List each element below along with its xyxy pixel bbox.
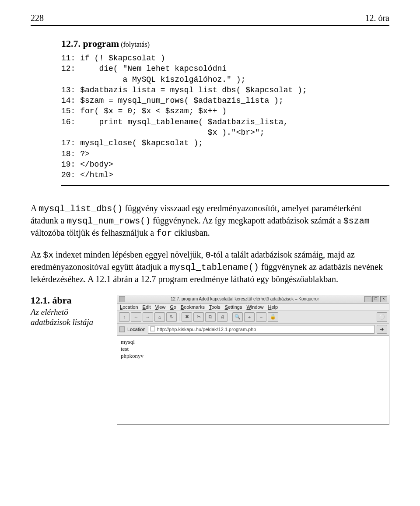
menu-go[interactable]: Go	[170, 304, 176, 310]
inline-code: mysql_tablename()	[170, 262, 259, 272]
zoom-out-icon[interactable]: −	[256, 312, 266, 322]
stop-icon[interactable]: ✖	[182, 312, 192, 322]
inline-code: mysql_list_dbs()	[38, 204, 122, 214]
code-line: 16: print mysql_tablename( $adatbazis_li…	[61, 118, 288, 126]
toolbar: ↑ ← → ⌂ ↻ ✖ ✂ ⧉ 🖨 🔍 + − 🔒 ⚪	[117, 311, 389, 324]
code-line: a MySQL kiszolgálóhoz." );	[61, 75, 245, 84]
code-listing: 11: if (! $kapcsolat ) 12: die( "Nem leh…	[61, 53, 389, 186]
menu-edit[interactable]: Edit	[143, 304, 151, 310]
output-line: test	[121, 345, 385, 352]
figure-caption: Az elérhető adatbázisok listája	[31, 307, 107, 328]
location-icon	[119, 326, 125, 332]
code-line: 17: mysql_close( $kapcsolat );	[61, 139, 203, 147]
menu-location[interactable]: Location	[120, 304, 138, 310]
page-icon	[150, 326, 155, 332]
menu-window[interactable]: Window	[246, 304, 263, 310]
paragraph-2: Az $x indexet minden lépésben eggyel növ…	[31, 249, 389, 285]
body-text: A mysql_list_dbs() függvény visszaad egy…	[31, 202, 389, 285]
paragraph-1: A mysql_list_dbs() függvény visszaad egy…	[31, 202, 389, 239]
window-title: 12.7. program Adott kapcsolattal kereszt…	[127, 297, 362, 301]
inline-code: 0	[205, 250, 210, 260]
browser-window: 12.7. program Adott kapcsolattal kereszt…	[117, 295, 389, 425]
code-line: 12: die( "Nem lehet kapcsolódni	[61, 64, 227, 73]
page-number: 228	[31, 13, 44, 23]
go-button[interactable]	[377, 325, 387, 334]
toolbar-separator	[179, 313, 179, 321]
program-continuation: (folytatás)	[121, 41, 150, 48]
find-icon[interactable]: 🔍	[232, 312, 243, 322]
code-line: 20: </html>	[61, 171, 113, 179]
chapter-label: 12. óra	[365, 13, 389, 23]
program-heading: 12.7. program (folytatás)	[61, 38, 389, 49]
code-line: 19: </body>	[61, 160, 113, 169]
code-line: 14: $szam = mysql_num_rows( $adatbazis_l…	[61, 96, 284, 105]
url-text: http://php.kiskapu.hu/peldak/12.1.progra…	[157, 327, 256, 332]
figure-label-block: 12.1. ábra Az elérhető adatbázisok listá…	[31, 295, 107, 328]
home-icon[interactable]: ⌂	[154, 312, 165, 322]
copy-icon[interactable]: ⧉	[205, 312, 216, 322]
maximize-button[interactable]: □	[372, 296, 379, 302]
back-icon[interactable]: ←	[131, 312, 141, 322]
code-line: 15: for( $x = 0; $x < $szam; $x++ )	[61, 107, 227, 115]
inline-code: mysql_num_rows()	[66, 216, 150, 226]
cut-icon[interactable]: ✂	[193, 312, 204, 322]
inline-code: $szam	[343, 216, 370, 226]
program-number: 12.7. program	[61, 38, 119, 49]
minimize-button[interactable]: –	[364, 296, 371, 302]
throbber-icon: ⚪	[377, 312, 387, 322]
svg-rect-0	[119, 327, 125, 332]
url-field[interactable]: http://php.kiskapu.hu/peldak/12.1.progra…	[148, 325, 374, 334]
zoom-in-icon[interactable]: +	[244, 312, 255, 322]
inline-code: for	[156, 228, 172, 238]
browser-content: mysql test phpkonyv	[117, 335, 389, 424]
output-line: phpkonyv	[121, 352, 385, 359]
code-line: 13: $adatbazis_lista = mysql_list_dbs( $…	[61, 86, 307, 94]
print-icon[interactable]: 🖨	[217, 312, 228, 322]
output-line: mysql	[121, 338, 385, 345]
page-header: 228 12. óra	[31, 13, 389, 26]
menu-help[interactable]: Help	[268, 304, 278, 310]
location-label: Location	[127, 327, 146, 332]
app-icon	[119, 296, 125, 302]
security-icon[interactable]: 🔒	[268, 312, 278, 322]
close-button[interactable]: ×	[380, 296, 387, 302]
menu-bookmarks[interactable]: Bookmarks	[181, 304, 205, 310]
code-line: 18: ?>	[61, 150, 90, 158]
menu-settings[interactable]: Settings	[225, 304, 242, 310]
code-line: $x )."<br>";	[61, 128, 264, 137]
code-line: 11: if (! $kapcsolat )	[61, 54, 165, 63]
menubar: Location Edit View Go Bookmarks Tools Se…	[117, 304, 389, 311]
svg-rect-1	[150, 327, 155, 331]
toolbar-separator	[230, 313, 230, 321]
up-icon[interactable]: ↑	[119, 312, 130, 322]
titlebar: 12.7. program Adott kapcsolattal kereszt…	[117, 295, 389, 304]
inline-code: $x	[43, 250, 53, 260]
address-bar: Location http://php.kiskapu.hu/peldak/12…	[117, 324, 389, 335]
figure-number: 12.1. ábra	[31, 295, 107, 306]
menu-view[interactable]: View	[155, 304, 166, 310]
reload-icon[interactable]: ↻	[166, 312, 177, 322]
forward-icon[interactable]: →	[143, 312, 153, 322]
menu-tools[interactable]: Tools	[209, 304, 220, 310]
